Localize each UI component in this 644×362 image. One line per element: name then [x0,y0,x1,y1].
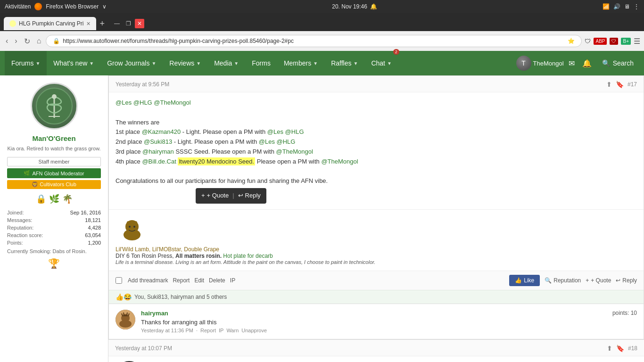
share-icon[interactable]: ⬆ [606,81,612,88]
winner-1: 1st place @Kazman420 - Light. Please ope… [116,127,637,137]
delete-button[interactable]: Delete [209,277,225,284]
winner4-pm[interactable]: @TheMongol [321,158,358,165]
nav-item-media[interactable]: Media ▼ [207,51,245,75]
user-avatar-nav[interactable]: T [516,56,531,71]
bell-icon[interactable]: 🔔 [370,3,377,10]
reply-button[interactable]: ↩ Reply [616,277,637,284]
nav-item-forms[interactable]: Forms [245,51,277,75]
nav-item-raffles[interactable]: Raffles ▼ [324,51,364,75]
back-button[interactable]: ‹ [4,36,10,46]
adblock-icon: ABP [594,38,607,45]
nav-username[interactable]: TheMongol [533,60,564,67]
reply-timestamp: Yesterday at 11:36 PM [141,328,193,333]
moderator-icon: 🌿 [24,170,30,176]
minimize-button[interactable]: — [112,19,122,28]
bookmark-icon-18[interactable]: 🔖 [616,345,624,352]
browser-tab[interactable]: HLG Pumpkin Carving Pri × [4,17,96,30]
popup-quote-button[interactable]: + + Quote [201,191,229,201]
address-bar[interactable]: 🔒 https://www.autoflower.net/forums/thre… [46,35,582,47]
search-button[interactable]: 🔍 Search [596,59,639,67]
nav-item-reviews[interactable]: Reviews ▼ [163,51,207,75]
winner3-user[interactable]: @hairyman [142,148,174,155]
add-threadmark-button[interactable]: Add threadmark [128,277,168,284]
trophy-icon: 🏆 [7,258,101,269]
bookmark-icon-post[interactable]: 🔖 [616,81,624,88]
forward-button[interactable]: › [13,36,19,46]
winner4-user[interactable]: @Bill.de.Cat [142,158,176,165]
mention-les[interactable]: @Les [116,99,132,106]
winners-intro: The winners are [116,118,637,128]
replier-username[interactable]: hairyman [141,310,168,317]
user-stats: Joined: Sep 16, 2016 Messages: 18,121 Re… [7,209,101,254]
forms-label: Forms [252,59,271,67]
bookmark-icon[interactable]: ⭐ [568,38,575,44]
staff-badge: Staff member [7,157,101,166]
hamburger-icon[interactable]: ☰ [634,37,640,46]
lock-icon: 🔒 [36,194,46,204]
moderator-badge: 🌿 AFN Global Moderator [7,168,101,178]
reply-ip[interactable]: IP [219,328,223,333]
extension2-icon: B+ [621,38,631,45]
winner3-pm[interactable]: @TheMongol [276,148,313,155]
content-area[interactable]: Yesterday at 9:56 PM ⬆ 🔖 #17 @Les @HLG @… [108,75,644,362]
extension-icon: 🛡 [610,38,618,45]
post-number-18: #18 [628,345,637,352]
nav-item-growjournals[interactable]: Grow Journals ▼ [100,51,163,75]
nav-item-whatsnew[interactable]: What's new ▼ [47,51,100,75]
search-icon: 🔍 [602,59,610,67]
svg-point-9 [133,226,135,228]
user-avatar-large[interactable] [31,82,78,130]
post-footer-17: Add threadmark Report Edit Delete IP 👍 L… [109,271,644,290]
nav-item-chat[interactable]: Chat 2 ▼ [364,51,398,75]
sig-journal-links[interactable]: Lil'Wild Lamb, Lil'MOBstar, Double Grape [116,246,637,253]
home-button[interactable]: ⌂ [35,36,43,46]
refresh-button[interactable]: ↻ [22,36,32,47]
stat-points: Points: 1,200 [7,239,101,247]
menu-icon[interactable]: ⋮ [634,3,639,10]
mention-hlg[interactable]: @HLG [133,99,152,106]
share-icon-18[interactable]: ⬆ [607,345,612,352]
quote-button[interactable]: + + Quote [586,277,611,284]
tab-close-button[interactable]: × [86,20,90,27]
mention-themongol[interactable]: @TheMongol [154,99,190,106]
bell-nav-icon[interactable]: 🔔 [579,59,594,68]
forums-arrow: ▼ [35,61,40,66]
winner1-user[interactable]: @Kazman420 [142,128,181,135]
post-18-header: Yesterday at 10:07 PM ⬆ 🔖 #18 [108,339,644,356]
popup-reply-button[interactable]: ↩ Reply [238,191,261,201]
hairyman-avatar[interactable] [116,310,135,329]
winner2-pm[interactable]: @Les @HLG [259,138,296,145]
post-select-checkbox[interactable] [116,277,122,284]
user-icon-badges: 🔒 🌿 🌴 [7,194,101,204]
members-label: Members [284,59,311,67]
ip-button[interactable]: IP [230,277,235,284]
new-tab-button[interactable]: + [96,19,109,29]
whatsnew-label: What's new [53,59,87,67]
mail-icon[interactable]: ✉ [566,59,578,68]
raffles-label: Raffles [331,59,351,67]
reply-unapprove[interactable]: Unapprove [241,328,267,333]
post-18-body-partial [108,356,644,362]
nav-item-forums[interactable]: Forums ▼ [5,51,47,75]
forums-label: Forums [11,59,33,67]
activities-label[interactable]: Aktivitäten [5,3,31,10]
report-button[interactable]: Report [173,277,190,284]
winner2-user[interactable]: @Suki813 [144,138,172,145]
svg-point-2 [52,94,57,99]
like-button[interactable]: 👍 Like [509,275,540,286]
media-label: Media [214,59,232,67]
reply-warn[interactable]: Warn [226,328,239,333]
svg-point-8 [129,226,131,228]
nav-item-members[interactable]: Members ▼ [277,51,324,75]
reputation-button[interactable]: 🔍 Reputation [545,277,581,284]
maximize-button[interactable]: ❐ [124,19,133,28]
close-button[interactable]: ✕ [135,19,144,28]
avatar-image [35,87,73,125]
currently-smoking: Currently Smoking: Dabs of Rosin. [7,248,101,254]
growjournals-arrow: ▼ [151,61,156,66]
reply-report[interactable]: Report [200,328,216,333]
svg-line-15 [127,313,127,315]
reactions-text: You, Suki813, hairyman and 5 others [134,294,227,300]
winner1-pm[interactable]: @Les @HLG [267,128,304,135]
edit-button[interactable]: Edit [194,277,204,284]
